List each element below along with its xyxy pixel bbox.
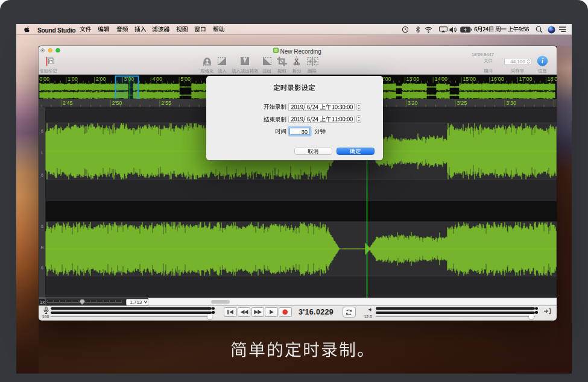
svg-text:3'25: 3'25 [457,101,467,107]
svg-text:4'00: 4'00 [152,75,162,81]
svg-text:16'00: 16'00 [491,75,504,81]
svg-text:2'50: 2'50 [112,101,122,107]
svg-text:14'00: 14'00 [434,75,447,81]
svg-text:18'00: 18'00 [548,75,557,81]
svg-text:13'00: 13'00 [406,75,420,81]
svg-text:17'00: 17'00 [519,75,533,81]
svg-text:2'00: 2'00 [96,75,106,81]
svg-text:2'45: 2'45 [63,101,73,107]
svg-text:1'00: 1'00 [68,75,78,81]
svg-text:3'30: 3'30 [506,101,516,107]
svg-text:2'55: 2'55 [161,101,171,107]
svg-text:15'00: 15'00 [463,75,476,81]
svg-text:3'20: 3'20 [408,101,418,107]
svg-text:0'00: 0'00 [39,75,49,81]
svg-text:5'00: 5'00 [180,75,191,81]
